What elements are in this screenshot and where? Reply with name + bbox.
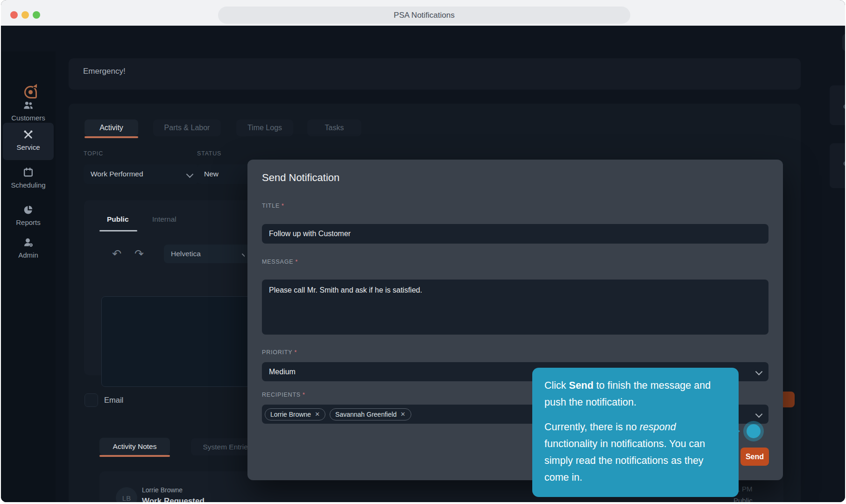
recipients-field-label: RECIPIENTS*: [262, 392, 305, 398]
sidebar-item-scheduling[interactable]: Scheduling: [3, 167, 54, 189]
tab-activity[interactable]: Activity: [85, 119, 138, 136]
public-tab-underline: [99, 230, 137, 231]
topic-select[interactable]: Work Performed: [84, 164, 199, 184]
title-input-value: Follow up with Customer: [269, 230, 351, 238]
title-label-text: TITLE: [262, 203, 280, 209]
recipient-name: Savannah Greenfield: [335, 411, 397, 418]
redo-icon[interactable]: ↷: [134, 248, 144, 259]
note-title: Work Requested: [142, 497, 204, 502]
calendar-icon: [22, 167, 34, 178]
undo-icon[interactable]: ↶: [112, 248, 121, 259]
background-panel-hint: [830, 143, 845, 188]
font-family-value: Helvetica: [171, 250, 201, 258]
required-asterisk: *: [303, 392, 305, 398]
sidebar-item-label: Customers: [11, 114, 45, 122]
sidebar-item-admin[interactable]: Admin: [3, 237, 54, 259]
background-icon-hint: [843, 105, 845, 109]
tooltip-text: Click: [544, 380, 569, 391]
priority-label-text: PRIORITY: [262, 349, 292, 356]
avatar: LB: [116, 487, 137, 502]
note-visibility: Public: [733, 497, 753, 502]
close-window-button[interactable]: [10, 11, 18, 19]
tooltip-italic-text: respond: [640, 421, 676, 433]
sidebar-item-label: Reports: [16, 218, 41, 226]
tab-tasks[interactable]: Tasks: [307, 119, 361, 136]
coachmark-pulse-dot: [743, 421, 764, 441]
send-button[interactable]: Send: [740, 448, 769, 466]
tooltip-text: functionality in notifications. You can …: [544, 438, 705, 483]
required-asterisk: *: [282, 203, 284, 209]
tab-time-logs[interactable]: Time Logs: [236, 119, 293, 136]
required-asterisk: *: [295, 259, 298, 265]
recipients-label-text: RECIPIENTS: [262, 392, 301, 398]
pie-chart-icon: [22, 204, 34, 216]
chevron-down-icon: [755, 411, 763, 418]
message-label-text: MESSAGE: [262, 259, 293, 265]
tab-activity-notes[interactable]: Activity Notes: [99, 438, 170, 455]
background-panel-hint: [830, 85, 845, 125]
tab-public[interactable]: Public: [107, 215, 129, 224]
customers-icon: [22, 99, 34, 111]
note-author: Lorrie Browne: [142, 486, 183, 494]
service-tools-icon: [22, 129, 34, 140]
message-textarea[interactable]: Please call Mr. Smith and ask if he is s…: [262, 280, 768, 335]
required-asterisk: *: [294, 349, 297, 356]
sidebar-item-reports[interactable]: Reports: [3, 204, 54, 226]
zoom-window-button[interactable]: [33, 11, 40, 19]
background-panel-hint: [842, 34, 845, 51]
background-icon-hint: [843, 161, 845, 166]
status-value: New: [204, 170, 219, 178]
font-family-select[interactable]: Helvetica: [164, 245, 255, 263]
topic-value: Work Performed: [91, 170, 143, 178]
tooltip-text: Currently, there is no: [544, 421, 640, 433]
remove-recipient-icon[interactable]: ✕: [401, 411, 406, 418]
sidebar: Customers Service: [1, 51, 56, 502]
app-logo-icon: [24, 86, 37, 98]
sidebar-item-customers[interactable]: Customers: [3, 99, 54, 122]
email-checkbox-label: Email: [104, 396, 123, 405]
titlebar: PSA Notifications: [1, 0, 845, 26]
sidebar-item-service[interactable]: Service: [3, 123, 54, 160]
pulse-core: [747, 424, 761, 438]
screenshot: PSA Notifications Customers: [0, 0, 846, 504]
active-tab-underline: [85, 136, 138, 138]
message-field-label: MESSAGE*: [262, 259, 298, 265]
admin-user-icon: [22, 237, 34, 248]
emergency-text: Emergency!: [83, 67, 126, 76]
status-label: STATUS: [197, 150, 221, 157]
chevron-down-icon: [186, 170, 194, 178]
chevron-down-icon: [755, 368, 763, 376]
tooltip-arrow: [733, 426, 740, 437]
title-input[interactable]: Follow up with Customer: [262, 224, 768, 244]
message-textarea-value: Please call Mr. Smith and ask if he is s…: [269, 286, 422, 294]
remove-recipient-icon[interactable]: ✕: [315, 411, 320, 418]
coachmark-tooltip: Click Send to finish the message and pus…: [532, 368, 739, 497]
recipient-name: Lorrie Browne: [270, 411, 311, 418]
priority-select-value: Medium: [269, 368, 296, 376]
tooltip-bold-text: Send: [569, 380, 594, 391]
title-field-label: TITLE*: [262, 203, 284, 209]
sidebar-item-label: Scheduling: [11, 181, 45, 189]
sidebar-item-label: Service: [16, 143, 40, 151]
email-checkbox[interactable]: [85, 393, 98, 407]
topic-label: TOPIC: [84, 150, 103, 157]
tooltip-paragraph: Currently, there is no respond functiona…: [544, 419, 726, 486]
emergency-banner: Emergency!: [69, 58, 801, 90]
priority-field-label: PRIORITY*: [262, 349, 297, 356]
recipient-chip: Lorrie Browne ✕: [265, 408, 325, 420]
recipient-chip: Savannah Greenfield ✕: [330, 408, 411, 420]
sidebar-item-label: Admin: [18, 251, 38, 259]
window-title: PSA Notifications: [218, 7, 630, 24]
app-window: PSA Notifications Customers: [1, 0, 845, 502]
modal-title: Send Notification: [262, 172, 339, 184]
tab-parts-labor[interactable]: Parts & Labor: [153, 119, 221, 136]
minimize-window-button[interactable]: [21, 11, 29, 19]
activity-notes-underline: [99, 455, 170, 457]
tab-internal[interactable]: Internal: [152, 215, 176, 224]
tooltip-paragraph: Click Send to finish the message and pus…: [544, 377, 726, 411]
